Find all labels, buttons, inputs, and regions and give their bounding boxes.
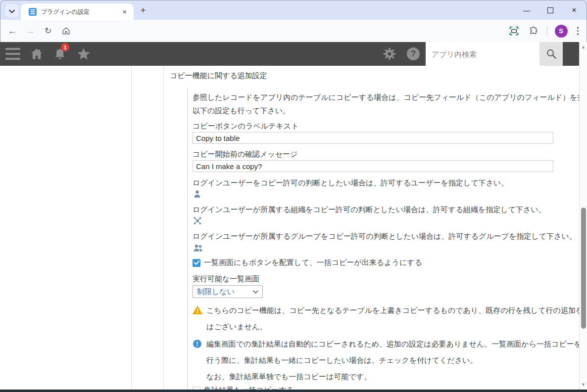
maximize-icon [547, 7, 553, 13]
info-message: 編集画面での集計結果は自動的にコピーされるため、追加の設定は必要ありません。一覧… [193, 336, 553, 385]
allowed-orgs-note: ログインユーザーが所属する組織をコピー許可の判断としたい場合は、許可する組織を指… [193, 205, 553, 214]
tab-title: プラグインの設定 [41, 8, 120, 16]
subtotal-copy-option[interactable]: 集計結果も一括コピーする [193, 386, 553, 390]
browser-home-button[interactable] [58, 20, 74, 42]
app-search-input[interactable] [426, 42, 539, 66]
plugin-config-page: コピー機能に関する追加設定 参照したレコードをアプリ内のテーブルにコピーする場合… [0, 66, 579, 390]
new-tab-button[interactable]: + [137, 4, 149, 16]
notification-badge: 1 [61, 43, 69, 51]
screen-capture-button[interactable] [508, 25, 520, 37]
screen-capture-icon [509, 26, 519, 36]
subtotal-copy-label: 集計結果も一括コピーする [204, 386, 294, 390]
browser-window: プラグインの設定 × + — × ← → ↻ pandafirm.cybozu.… [0, 0, 587, 392]
settings-gear-icon [383, 47, 396, 61]
browser-tab-active[interactable]: プラグインの設定 × [21, 3, 134, 20]
settings-button[interactable] [381, 42, 398, 66]
checkmark-icon [194, 261, 199, 265]
minimize-button[interactable]: — [522, 6, 531, 15]
maximize-button[interactable] [546, 6, 555, 15]
listview-button-checkbox[interactable] [193, 259, 200, 267]
group-icon [193, 243, 203, 252]
user-icon [193, 189, 202, 199]
favorites-star-icon [76, 46, 92, 61]
tab-close-icon[interactable]: × [120, 8, 129, 16]
browser-menu-button[interactable] [575, 25, 581, 37]
executable-views-label: 実行可能な一覧画面 [193, 274, 553, 283]
add-organization-button[interactable] [193, 216, 553, 225]
copy-button-text-input[interactable] [193, 132, 553, 144]
extensions-puzzle-icon [529, 26, 538, 36]
app-search [426, 42, 563, 66]
warning-icon [193, 302, 202, 335]
add-group-button[interactable] [193, 243, 553, 252]
window-controls: — × [522, 0, 583, 20]
portal-home-button[interactable] [28, 42, 46, 66]
info-text-line1: 編集画面での集計結果は自動的にコピーされるため、追加の設定は必要ありません。一覧… [206, 336, 579, 352]
page-footer-bar [0, 390, 587, 392]
executable-views-select[interactable]: 制限しない [193, 285, 263, 298]
copy-settings-group: 参照したレコードをアプリ内のテーブルにコピーする場合は、コピー先フィールド（この… [187, 87, 553, 390]
kintone-favicon-icon [29, 8, 37, 16]
profile-avatar[interactable]: S [555, 25, 568, 38]
warning-text-line1: こちらのコピー機能は、コピー先となるテーブルを上書きコピーするものであり、既存の… [206, 302, 579, 318]
browser-toolbar: ← → ↻ pandafirm.cybozu.com/k/admin/app/1… [0, 20, 587, 42]
organization-icon [193, 216, 202, 225]
confirm-message-input[interactable] [193, 160, 553, 172]
chevron-down-icon [9, 6, 15, 15]
layout-divider-content [163, 66, 164, 390]
home-icon [61, 26, 71, 36]
plugin-config-content: コピー機能に関する追加設定 参照したレコードをアプリ内のテーブルにコピーする場合… [170, 66, 561, 390]
hamburger-menu-button[interactable] [4, 42, 22, 66]
notifications-button[interactable]: 1 [51, 42, 69, 66]
confirm-message-label: コピー開始前の確認メッセージ [193, 150, 553, 159]
executable-views-value: 制限しない [197, 287, 235, 297]
search-icon [545, 48, 557, 60]
favorites-button[interactable] [74, 42, 93, 66]
allowed-groups-note: ログインユーザーが所属するグループをコピー許可の判断としたい場合は、許可するグル… [193, 232, 553, 241]
warning-text-line2: はございません。 [206, 318, 579, 335]
toolbar-divider [547, 26, 547, 36]
forward-button[interactable]: → [22, 20, 38, 42]
allowed-users-note: ログインユーザーをコピー許可の判断としたい場合は、許可するユーザーを指定して下さ… [193, 178, 553, 187]
listview-button-option[interactable]: 一覧画面にもボタンを配置して、一括コピーが出来るようにする [193, 258, 553, 267]
add-user-button[interactable] [193, 189, 553, 199]
toolbar-right: S [508, 20, 581, 42]
tab-strip: プラグインの設定 × + — × [0, 0, 587, 20]
info-text-line2: 行う際に、集計結果も一緒にコピーしたい場合は、チェックを付けてください。 [206, 352, 579, 368]
reload-button[interactable]: ↻ [40, 20, 56, 42]
listview-button-label: 一覧画面にもボタンを配置して、一括コピーが出来るようにする [204, 258, 422, 267]
intro-text-line1: 参照したレコードをアプリ内のテーブルにコピーする場合は、コピー先フィールド（この… [193, 90, 553, 104]
help-button[interactable]: ? [405, 42, 422, 66]
app-search-button[interactable] [539, 42, 563, 66]
page-scrollbar[interactable]: ▲ ▼ [579, 42, 587, 390]
scroll-down-arrow[interactable]: ▼ [580, 382, 587, 387]
info-text-line3: なお、集計結果単独でも一括コピーは可能です。 [206, 368, 579, 385]
close-window-button[interactable]: × [570, 6, 579, 15]
layout-divider-left [131, 66, 132, 390]
tab-search-button[interactable] [5, 4, 19, 17]
kintone-header: 1 ? [0, 42, 579, 66]
help-icon: ? [407, 47, 420, 60]
portal-home-icon [29, 47, 44, 61]
section-title: コピー機能に関する追加設定 [170, 66, 561, 81]
scroll-up-arrow[interactable]: ▲ [580, 44, 587, 49]
extensions-button[interactable] [528, 25, 539, 37]
scrollbar-thumb[interactable] [581, 208, 586, 329]
info-icon [193, 336, 202, 385]
warning-message: こちらのコピー機能は、コピー先となるテーブルを上書きコピーするものであり、既存の… [193, 302, 553, 335]
copy-button-label: コピーボタンのラベルテキスト [193, 122, 553, 131]
chevron-down-icon [253, 290, 258, 294]
back-button[interactable]: ← [4, 20, 20, 42]
intro-text-line2: 以下の設定も行って下さい。 [193, 104, 553, 117]
